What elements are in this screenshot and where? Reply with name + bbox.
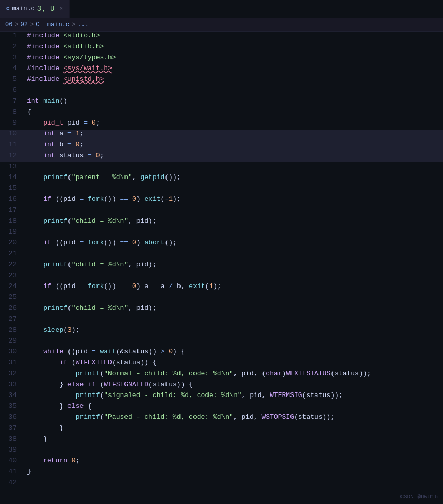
breadcrumb-sep-3: > xyxy=(72,21,75,29)
line-10: 10 int a = 1; xyxy=(0,130,443,141)
line-number-31: 31 xyxy=(0,359,25,366)
line-number-26: 26 xyxy=(0,304,25,312)
line-content-1: #include <stdio.h> xyxy=(25,32,443,39)
line-content-12: int status = 0; xyxy=(25,152,443,159)
line-42: 42 xyxy=(0,479,443,489)
line-36: 36 printf("Paused - child: %d, code: %d\… xyxy=(0,413,443,424)
line-content-8: { xyxy=(25,108,443,116)
line-number-28: 28 xyxy=(0,326,25,334)
line-number-42: 42 xyxy=(0,479,25,486)
line-11: 11 int b = 0; xyxy=(0,141,443,152)
watermark: CSDN @uwu16 xyxy=(400,494,438,500)
line-content-7: int main() xyxy=(25,97,443,105)
line-9: 9 pid_t pid = 0; xyxy=(0,119,443,130)
line-number-39: 39 xyxy=(0,446,25,454)
tab-bar: C main.c 3, U × xyxy=(0,0,443,18)
line-number-15: 15 xyxy=(0,184,25,192)
lang-icon: C xyxy=(6,6,10,12)
breadcrumb-sep-2: > xyxy=(30,21,34,29)
line-27: 27 xyxy=(0,315,443,326)
line-2: 2#include <stdlib.h> xyxy=(0,43,443,53)
line-content-18: printf("child = %d\n", pid); xyxy=(25,217,443,225)
line-content-36: printf("Paused - child: %d, code: %d\n",… xyxy=(25,413,443,421)
line-number-5: 5 xyxy=(0,75,25,83)
line-content-4: #include <sys/wait.h> xyxy=(25,64,443,72)
line-38: 38 } xyxy=(0,435,443,446)
line-18: 18 printf("child = %d\n", pid); xyxy=(0,217,443,228)
line-content-14: printf("parent = %d\n", getpid()); xyxy=(25,173,443,181)
line-content-3: #include <sys/types.h> xyxy=(25,53,443,61)
line-12: 12 int status = 0; xyxy=(0,152,443,162)
line-3: 3#include <sys/types.h> xyxy=(0,53,443,64)
line-29: 29 xyxy=(0,337,443,348)
line-28: 28 sleep(3); xyxy=(0,326,443,337)
line-31: 31 if (WIFEXITED(status)) { xyxy=(0,359,443,370)
line-content-16: if ((pid = fork()) == 0) exit(-1); xyxy=(25,195,443,203)
line-number-14: 14 xyxy=(0,173,25,181)
line-13: 13 xyxy=(0,162,443,173)
line-content-20: if ((pid = fork()) == 0) abort(); xyxy=(25,239,443,247)
breadcrumb-sep-1: > xyxy=(15,21,18,29)
line-number-8: 8 xyxy=(0,108,25,116)
line-content-38: } xyxy=(25,435,443,443)
line-16: 16 if ((pid = fork()) == 0) exit(-1); xyxy=(0,195,443,206)
line-content-22: printf("child = %d\n", pid); xyxy=(25,261,443,268)
line-content-30: while ((pid = wait(&status)) > 0) { xyxy=(25,348,443,356)
line-content-31: if (WIFEXITED(status)) { xyxy=(25,359,443,366)
breadcrumb: 06 > 02 > C main.c > ... xyxy=(0,18,443,32)
line-1: 1#include <stdio.h> xyxy=(0,32,443,43)
line-number-19: 19 xyxy=(0,228,25,236)
line-number-24: 24 xyxy=(0,282,25,290)
line-number-20: 20 xyxy=(0,239,25,247)
line-33: 33 } else if (WIFSIGNALED(status)) { xyxy=(0,380,443,391)
line-content-2: #include <stdlib.h> xyxy=(25,43,443,50)
line-content-32: printf("Normal - child: %d, code: %d\n",… xyxy=(25,370,443,377)
line-content-5: #include <unistd.h> xyxy=(25,75,443,83)
tab-main-c[interactable]: C main.c 3, U × xyxy=(0,0,70,18)
line-content-40: return 0; xyxy=(25,457,443,465)
line-number-25: 25 xyxy=(0,293,25,301)
line-content-37: } xyxy=(25,424,443,432)
line-number-16: 16 xyxy=(0,195,25,203)
line-number-30: 30 xyxy=(0,348,25,356)
line-22: 22 printf("child = %d\n", pid); xyxy=(0,261,443,271)
line-number-1: 1 xyxy=(0,32,25,39)
line-number-9: 9 xyxy=(0,119,25,127)
line-number-11: 11 xyxy=(0,141,25,148)
line-content-33: } else if (WIFSIGNALED(status)) { xyxy=(25,380,443,388)
breadcrumb-part-1: 06 xyxy=(5,21,12,29)
line-41: 41} xyxy=(0,468,443,479)
line-21: 21 xyxy=(0,250,443,261)
modified-indicator: 3, U xyxy=(37,5,55,13)
line-content-35: } else { xyxy=(25,402,443,410)
line-32: 32 printf("Normal - child: %d, code: %d\… xyxy=(0,370,443,380)
line-number-12: 12 xyxy=(0,152,25,159)
line-number-27: 27 xyxy=(0,315,25,323)
line-content-28: sleep(3); xyxy=(25,326,443,334)
line-number-38: 38 xyxy=(0,435,25,443)
line-14: 14 printf("parent = %d\n", getpid()); xyxy=(0,173,443,184)
line-number-40: 40 xyxy=(0,457,25,465)
line-5: 5#include <unistd.h> xyxy=(0,75,443,86)
line-17: 17 xyxy=(0,206,443,217)
line-content-41: } xyxy=(25,468,443,475)
line-6: 6 xyxy=(0,86,443,97)
line-7: 7int main() xyxy=(0,97,443,108)
line-19: 19 xyxy=(0,228,443,239)
line-number-2: 2 xyxy=(0,43,25,50)
line-number-35: 35 xyxy=(0,402,25,410)
line-23: 23 xyxy=(0,271,443,282)
line-35: 35 } else { xyxy=(0,402,443,413)
close-tab-button[interactable]: × xyxy=(59,6,63,12)
line-content-9: pid_t pid = 0; xyxy=(25,119,443,127)
line-34: 34 printf("signaled - child: %d, code: %… xyxy=(0,391,443,402)
line-39: 39 xyxy=(0,446,443,457)
line-8: 8{ xyxy=(0,108,443,119)
breadcrumb-part-2: 02 xyxy=(21,21,28,29)
line-number-3: 3 xyxy=(0,53,25,61)
line-number-13: 13 xyxy=(0,162,25,170)
line-number-17: 17 xyxy=(0,206,25,214)
tab-label: main.c xyxy=(12,5,35,12)
line-4: 4#include <sys/wait.h> xyxy=(0,64,443,75)
line-15: 15 xyxy=(0,184,443,195)
